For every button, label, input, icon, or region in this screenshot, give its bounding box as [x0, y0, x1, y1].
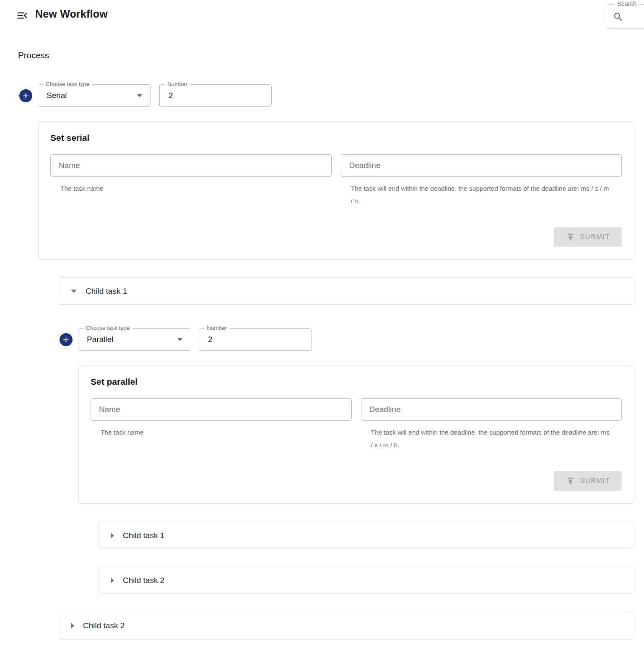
submit-label: SUBMIT: [580, 233, 610, 241]
set-parallel-card: Set parallel The task name The task will…: [78, 365, 634, 504]
search-icon: [613, 11, 624, 23]
card-title: Set serial: [50, 133, 622, 143]
task-type-label: Choose task type: [83, 325, 132, 331]
collapse-arrow-icon: [71, 290, 77, 293]
search-label: Search: [615, 0, 639, 7]
name-field-group: The task name: [91, 398, 352, 451]
deadline-helper-text: The task will end within the deadline. t…: [351, 182, 612, 207]
deadline-field-group: The task will end within the deadline. t…: [341, 154, 622, 207]
card-title: Set parallel: [91, 377, 622, 387]
submit-label: SUBMIT: [580, 477, 610, 485]
chevron-down-icon: [137, 94, 142, 97]
upload-icon: [566, 476, 575, 486]
task-type-value: Parallel: [78, 335, 177, 344]
app-header: New Workflow Search: [0, 0, 644, 30]
name-input[interactable]: [50, 154, 332, 177]
chevron-down-icon: [177, 338, 182, 341]
upload-icon: [566, 232, 575, 242]
panel-title: Child task 1: [123, 531, 164, 540]
panel-child-task-2[interactable]: Child task 2: [59, 612, 634, 640]
deadline-input[interactable]: [361, 398, 622, 421]
panel-child-task-1[interactable]: Child task 1: [59, 277, 634, 305]
child1-number-input[interactable]: 2: [199, 335, 312, 344]
add-task-button[interactable]: [19, 89, 32, 102]
name-field-group: The task name: [50, 154, 332, 207]
child1-task-type-select[interactable]: Choose task type Parallel: [78, 328, 191, 351]
deadline-input[interactable]: [341, 154, 622, 177]
menu-open-icon[interactable]: [16, 9, 29, 22]
search-field[interactable]: Search: [607, 4, 644, 28]
task-type-value: Serial: [38, 91, 137, 100]
root-number-field-wrap: Number 2: [159, 84, 272, 107]
panel-grandchild-task-1[interactable]: Child task 1: [99, 522, 634, 549]
expand-arrow-icon: [71, 623, 74, 629]
name-input[interactable]: [91, 398, 352, 421]
panel-title: Child task 1: [86, 287, 127, 296]
panel-grandchild-task-2[interactable]: Child task 2: [99, 567, 634, 594]
section-title-process: Process: [18, 50, 644, 60]
deadline-field-group: The task will end within the deadline. t…: [361, 398, 622, 451]
set-serial-card: Set serial The task name The task will e…: [38, 121, 634, 260]
root-number-input[interactable]: 2: [160, 91, 271, 100]
submit-button[interactable]: SUBMIT: [554, 227, 622, 247]
plus-icon: [21, 91, 30, 100]
expand-arrow-icon: [111, 533, 114, 539]
submit-button[interactable]: SUBMIT: [554, 471, 622, 491]
root-task-type-select[interactable]: Choose task type Serial: [38, 84, 151, 107]
name-helper-text: The task name: [60, 182, 322, 195]
root-task-row: Choose task type Serial Number 2: [19, 84, 644, 107]
add-subtask-button[interactable]: [60, 333, 73, 346]
deadline-helper-text: The task will end within the deadline. t…: [371, 426, 612, 451]
child1-number-field-wrap: Number 2: [199, 328, 312, 351]
child1-task-row: Choose task type Parallel Number 2: [60, 328, 644, 351]
number-label: Number: [165, 81, 190, 87]
plus-icon: [62, 335, 70, 344]
panel-title: Child task 2: [123, 576, 164, 585]
number-label: Number: [204, 325, 229, 331]
expand-arrow-icon: [111, 578, 114, 583]
panel-title: Child task 2: [83, 621, 125, 630]
task-type-label: Choose task type: [43, 81, 92, 87]
page-title: New Workflow: [35, 8, 108, 20]
name-helper-text: The task name: [101, 426, 342, 439]
